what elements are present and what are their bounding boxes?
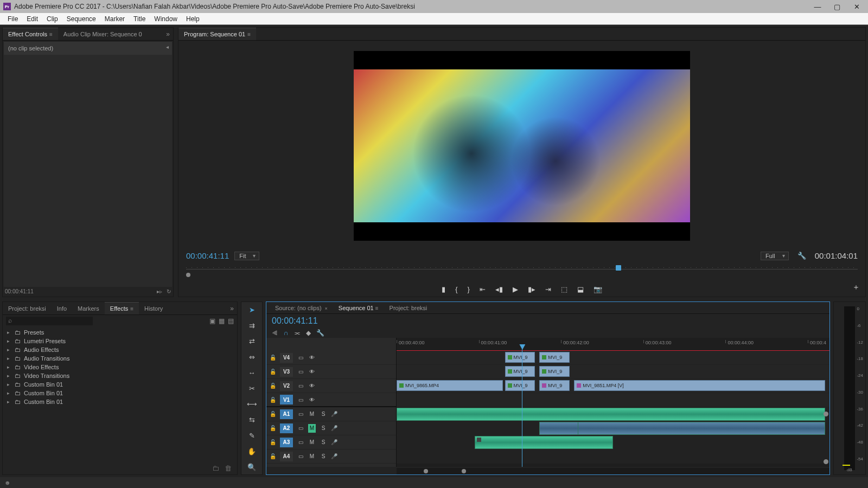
lock-icon[interactable]: 🔓 — [270, 369, 276, 375]
track-header-a4[interactable]: 🔓A4▭MS🎤 — [266, 450, 396, 464]
sync-lock-icon[interactable]: ▭ — [297, 453, 304, 459]
menu-title[interactable]: Title — [129, 15, 150, 23]
lock-icon[interactable]: 🔓 — [270, 411, 276, 417]
track-header-v2[interactable]: 🔓V2▭👁 — [266, 379, 396, 393]
tree-item-lumetri-presets[interactable]: ▸🗀Lumetri Presets — [5, 337, 235, 345]
tab-markers[interactable]: Markers — [72, 302, 105, 314]
timeline-playhead[interactable] — [522, 344, 522, 467]
clip[interactable]: MVI_9865.MP4 — [397, 380, 503, 391]
sync-lock-icon[interactable]: ▭ — [297, 355, 304, 361]
track-header-a3[interactable]: 🔓A3▭MS🎤 — [266, 435, 396, 450]
panel-menu-icon[interactable]: ≡ — [247, 31, 251, 37]
tree-item-audio-effects[interactable]: ▸🗀Audio Effects — [5, 345, 235, 354]
program-time-ruler[interactable] — [186, 265, 858, 277]
panel-overflow-icon[interactable]: » — [230, 305, 237, 312]
tree-item-custom-bin[interactable]: ▸🗀Custom Bin 01 — [5, 397, 235, 406]
track-v2[interactable]: MVI_9865.MP4 MVI_9 MVI_9 MVI_9851.MP4 [V… — [397, 379, 829, 393]
solo-button[interactable]: S — [320, 439, 327, 445]
lock-icon[interactable]: 🔓 — [270, 425, 276, 431]
sync-lock-icon[interactable]: ▭ — [297, 383, 304, 389]
tab-audio-clip-mixer[interactable]: Audio Clip Mixer: Sequence 0 — [58, 28, 148, 40]
settings-wrench-icon[interactable]: 🔧 — [797, 252, 806, 260]
lock-icon[interactable]: 🔓 — [270, 355, 276, 361]
solo-button[interactable]: S — [320, 453, 327, 459]
menu-sequence[interactable]: Sequence — [62, 15, 100, 23]
keyframe-nav-icon[interactable]: ▸▹ — [157, 288, 162, 294]
tree-item-audio-transitions[interactable]: ▸🗀Audio Transitions — [5, 354, 235, 363]
track-v1[interactable] — [397, 393, 829, 407]
mute-button[interactable]: M — [308, 411, 316, 417]
sync-lock-icon[interactable]: ▭ — [297, 369, 304, 375]
lock-icon[interactable]: 🔓 — [270, 453, 276, 459]
loop-icon[interactable]: ↻ — [167, 288, 171, 294]
clip[interactable]: MVI_9 — [505, 366, 535, 377]
tree-item-video-transitions[interactable]: ▸🗀Video Transitions — [5, 371, 235, 380]
button-editor-plus-icon[interactable]: ＋ — [852, 282, 860, 292]
track-a2[interactable] — [397, 421, 829, 435]
fx-badge-32bit-icon[interactable]: ▦ — [219, 317, 225, 325]
fx-badge-yuv-icon[interactable]: ▤ — [228, 317, 234, 325]
mute-button[interactable]: M — [308, 439, 316, 445]
slide-tool-icon[interactable]: ⇆ — [246, 414, 257, 425]
solo-button[interactable]: S — [320, 425, 327, 431]
go-to-in-button[interactable]: ⇤ — [480, 285, 486, 293]
panel-menu-icon[interactable]: ≡ — [375, 305, 379, 311]
mark-out-button[interactable]: } — [468, 285, 470, 293]
sync-lock-icon[interactable]: ▭ — [297, 397, 304, 403]
sync-lock-icon[interactable]: ▭ — [297, 425, 304, 431]
track-select-tool-icon[interactable]: ⇉ — [246, 320, 257, 331]
tab-source[interactable]: Source: (no clips)× — [270, 305, 333, 311]
program-canvas[interactable] — [354, 51, 690, 241]
slip-tool-icon[interactable]: ⟷ — [246, 399, 257, 409]
menu-clip[interactable]: Clip — [42, 15, 62, 23]
track-header-v4[interactable]: 🔓V4▭👁 — [266, 351, 396, 365]
eye-icon[interactable]: 👁 — [308, 355, 316, 361]
solo-button[interactable]: S — [320, 411, 327, 417]
tab-effect-controls[interactable]: Effect Controls ≡ — [3, 28, 58, 40]
audio-clip[interactable] — [475, 436, 613, 449]
delete-icon[interactable]: 🗑 — [225, 464, 232, 472]
linked-selection-icon[interactable]: ⫘ — [294, 329, 301, 337]
quality-dropdown[interactable]: Full — [761, 252, 789, 260]
tab-effects[interactable]: Effects ≡ — [105, 302, 139, 314]
voice-record-icon[interactable]: 🎤 — [331, 453, 337, 459]
tab-info[interactable]: Info — [52, 302, 72, 314]
clip[interactable]: MVI_9 — [505, 380, 535, 391]
track-a3[interactable] — [397, 435, 829, 450]
sync-lock-icon[interactable]: ▭ — [297, 411, 304, 417]
eye-icon[interactable]: 👁 — [308, 369, 316, 375]
audio-clip[interactable] — [539, 422, 578, 435]
program-timecode-current[interactable]: 00:00:41:11 — [186, 251, 229, 260]
tree-item-video-effects[interactable]: ▸🗀Video Effects — [5, 363, 235, 371]
extract-button[interactable]: ⬓ — [577, 285, 584, 293]
menu-file[interactable]: File — [3, 15, 22, 23]
menu-help[interactable]: Help — [182, 15, 204, 23]
fx-badge-accelerated-icon[interactable]: ▣ — [209, 317, 215, 325]
mute-button[interactable]: M — [308, 424, 316, 433]
rate-stretch-tool-icon[interactable]: ↔ — [246, 367, 257, 378]
export-frame-button[interactable]: 📷 — [593, 285, 602, 293]
audio-clip[interactable] — [397, 408, 825, 421]
ripple-edit-tool-icon[interactable]: ⇄ — [246, 336, 257, 346]
zoom-dropdown[interactable]: Fit — [234, 252, 259, 260]
track-v3[interactable]: MVI_9 MVI_9 — [397, 365, 829, 379]
track-a1[interactable] — [397, 407, 829, 421]
maximize-button[interactable]: ▢ — [832, 3, 842, 11]
lock-icon[interactable]: 🔓 — [270, 383, 276, 389]
timeline-settings-icon[interactable]: 🔧 — [316, 329, 324, 337]
voice-record-icon[interactable]: 🎤 — [331, 425, 337, 431]
minimize-button[interactable]: — — [813, 3, 822, 11]
track-header-a2[interactable]: 🔓A2▭MS🎤 — [266, 421, 396, 435]
tree-item-presets[interactable]: ▸🗀Presets — [5, 328, 235, 337]
tree-item-custom-bin[interactable]: ▸🗀Custom Bin 01 — [5, 380, 235, 389]
program-scroll-handle[interactable] — [186, 273, 190, 277]
add-marker-button[interactable]: ▮ — [442, 285, 445, 293]
razor-tool-icon[interactable]: ✂ — [246, 383, 257, 394]
clip[interactable]: MVI_9 — [539, 352, 570, 363]
mute-button[interactable]: M — [308, 453, 316, 459]
hand-tool-icon[interactable]: ✋ — [246, 446, 257, 457]
timeline-ruler[interactable]: 00:00:40:00 00:00:41:00 00:00:42:00 00:0… — [397, 338, 829, 351]
zoom-tool-icon[interactable]: 🔍 — [246, 461, 257, 472]
close-icon[interactable]: × — [325, 306, 328, 311]
eye-icon[interactable]: 👁 — [308, 397, 316, 403]
